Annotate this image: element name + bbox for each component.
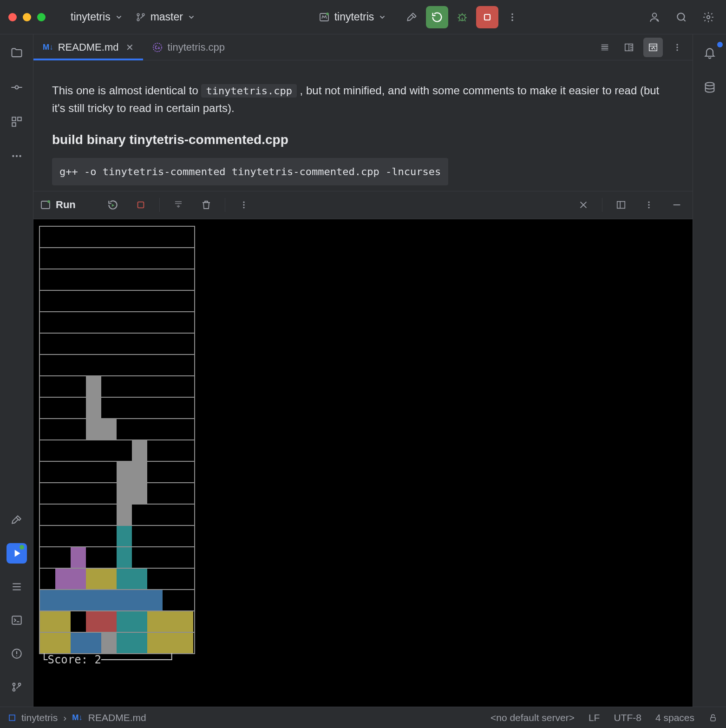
svg-point-35 bbox=[243, 202, 244, 203]
paragraph: This one is almost identical to tinytetr… bbox=[52, 82, 674, 118]
svg-point-36 bbox=[243, 204, 244, 206]
tab-tinytetris-cpp[interactable]: C+ tinytetris.cpp bbox=[143, 34, 234, 60]
tab-readme[interactable]: M↓ README.md ✕ bbox=[33, 34, 143, 60]
running-indicator bbox=[20, 545, 24, 550]
code-block: g++ -o tinytetris-commented tinytetris-c… bbox=[52, 158, 448, 185]
more-tools-button[interactable] bbox=[7, 146, 27, 166]
structure-icon bbox=[11, 116, 23, 128]
run-tab[interactable]: Run bbox=[40, 199, 76, 211]
svg-rect-20 bbox=[12, 616, 21, 624]
svg-point-40 bbox=[648, 204, 649, 206]
tab-label: README.md bbox=[58, 41, 119, 53]
breadcrumb[interactable]: tinytetris › M↓ README.md bbox=[8, 712, 146, 723]
score-value: 2 bbox=[95, 653, 101, 666]
branch-name: master bbox=[150, 11, 183, 23]
close-window[interactable] bbox=[8, 13, 17, 21]
terminal-icon bbox=[11, 614, 23, 626]
maximize-window[interactable] bbox=[37, 13, 46, 21]
debug-button[interactable] bbox=[453, 8, 471, 26]
indent-setting[interactable]: 4 spaces bbox=[655, 712, 694, 723]
editor-view-split[interactable] bbox=[619, 38, 639, 57]
stop-button[interactable] bbox=[476, 6, 498, 28]
line-separator[interactable]: LF bbox=[589, 712, 600, 723]
svg-point-24 bbox=[18, 683, 20, 686]
vcs-tool-button[interactable] bbox=[7, 677, 27, 697]
svg-rect-6 bbox=[484, 14, 490, 20]
lock-open-icon[interactable] bbox=[708, 713, 718, 722]
problems-tool-button[interactable] bbox=[7, 643, 27, 664]
settings-button[interactable] bbox=[699, 8, 718, 26]
chevron-right-icon: › bbox=[63, 712, 66, 723]
text: This one is almost identical to bbox=[52, 84, 201, 97]
rerun-icon bbox=[431, 11, 444, 24]
svg-point-12 bbox=[707, 15, 710, 19]
commit-tool-button[interactable] bbox=[7, 77, 27, 98]
more-vertical-icon bbox=[239, 200, 249, 210]
project-name: tinytetris bbox=[71, 11, 111, 23]
more-horizontal-icon bbox=[11, 150, 23, 162]
crumb-root: tinytetris bbox=[21, 712, 58, 723]
build-tool-button[interactable] bbox=[7, 510, 27, 530]
svg-point-2 bbox=[142, 13, 144, 16]
more-vertical-icon bbox=[673, 43, 682, 52]
bug-icon bbox=[456, 11, 468, 23]
todo-tool-button[interactable] bbox=[7, 577, 27, 597]
chevron-down-icon bbox=[379, 13, 386, 21]
svg-point-8 bbox=[511, 16, 513, 18]
gear-icon bbox=[702, 11, 714, 23]
branch-selector[interactable]: master bbox=[136, 11, 195, 23]
stop-button[interactable] bbox=[131, 196, 150, 214]
svg-rect-34 bbox=[137, 202, 144, 208]
more-run-options[interactable] bbox=[503, 8, 522, 26]
scroll-to-end-button[interactable] bbox=[169, 196, 188, 214]
terminal-output[interactable]: └Score: 2──────────┘ bbox=[33, 219, 693, 707]
rerun-button[interactable] bbox=[104, 196, 122, 214]
hammer-icon bbox=[406, 11, 418, 23]
search-everywhere-button[interactable] bbox=[672, 8, 691, 26]
project-selector[interactable]: tinytetris bbox=[71, 11, 123, 23]
notifications-button[interactable] bbox=[700, 43, 720, 63]
rerun-button[interactable] bbox=[426, 6, 448, 28]
search-icon bbox=[675, 11, 687, 23]
svg-point-18 bbox=[15, 155, 17, 157]
score-line: └Score: 2──────────┘ bbox=[41, 653, 689, 666]
preview-icon bbox=[648, 42, 658, 52]
minimize-window[interactable] bbox=[23, 13, 31, 21]
database-tool-button[interactable] bbox=[700, 77, 720, 98]
structure-tool-button[interactable] bbox=[7, 111, 27, 132]
svg-point-33 bbox=[47, 200, 50, 203]
crumb-file: README.md bbox=[88, 712, 146, 723]
more-vertical-icon bbox=[644, 200, 654, 210]
project-tool-button[interactable] bbox=[7, 43, 27, 63]
svg-text:C+: C+ bbox=[155, 45, 160, 50]
markdown-preview: This one is almost identical to tinytetr… bbox=[33, 60, 693, 191]
server-status[interactable]: <no default server> bbox=[491, 712, 575, 723]
editor-more-options[interactable] bbox=[667, 38, 687, 57]
branch-icon bbox=[11, 682, 22, 693]
close-run-panel[interactable] bbox=[574, 196, 593, 214]
code-with-me-button[interactable] bbox=[645, 8, 664, 26]
clear-all-button[interactable] bbox=[197, 196, 216, 214]
module-icon bbox=[8, 714, 16, 721]
svg-point-37 bbox=[243, 207, 244, 208]
run-config-selector[interactable]: tinytetris bbox=[319, 11, 386, 23]
database-icon bbox=[703, 81, 716, 94]
file-encoding[interactable]: UTF-8 bbox=[614, 712, 641, 723]
svg-point-23 bbox=[13, 689, 15, 691]
editor-view-preview[interactable] bbox=[643, 38, 663, 57]
svg-point-4 bbox=[326, 13, 329, 15]
split-icon bbox=[624, 42, 634, 52]
svg-point-13 bbox=[15, 86, 18, 89]
editor-view-source[interactable] bbox=[595, 38, 615, 57]
panel-more-options[interactable] bbox=[640, 196, 658, 214]
close-tab-icon[interactable]: ✕ bbox=[126, 42, 134, 53]
build-button[interactable] bbox=[403, 8, 421, 26]
layout-settings[interactable] bbox=[612, 196, 630, 214]
minimize-panel[interactable] bbox=[667, 196, 686, 214]
run-more-options[interactable] bbox=[235, 196, 253, 214]
terminal-tool-button[interactable] bbox=[7, 610, 27, 630]
lines-icon bbox=[600, 42, 610, 52]
chevron-down-icon bbox=[188, 13, 195, 21]
run-tool-button[interactable] bbox=[7, 543, 27, 564]
svg-point-31 bbox=[676, 49, 678, 51]
